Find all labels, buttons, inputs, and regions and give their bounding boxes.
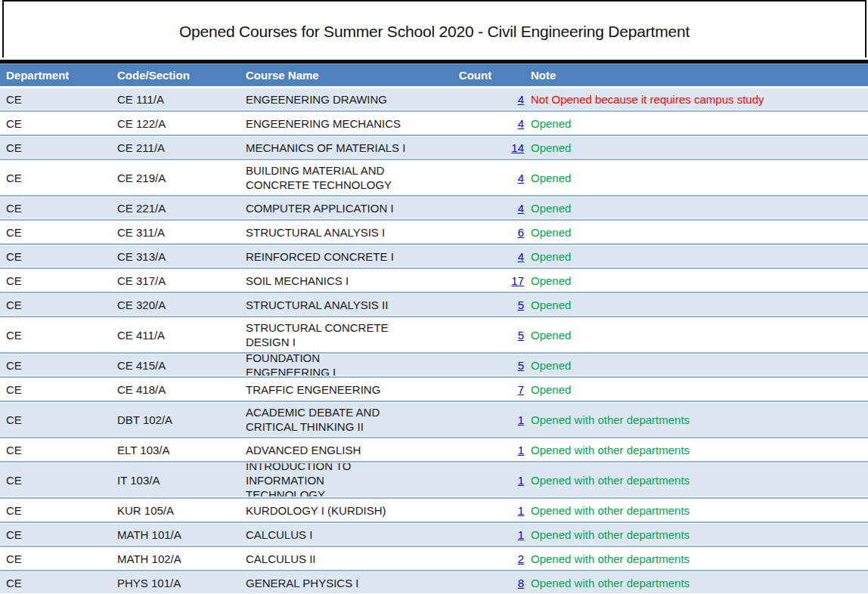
course-name-cell: ACADEMIC DEBATE ANDCRITICAL THINKING II <box>242 403 425 436</box>
course-name-line: INFORMATION <box>246 473 324 487</box>
count-link[interactable]: 5 <box>518 359 524 372</box>
column-header-note: Note <box>525 64 868 86</box>
table-row: CE CE 111/A ENGEENERING DRAWING 4 Not Op… <box>0 88 868 110</box>
count-link[interactable]: 8 <box>518 577 524 589</box>
department-cell: CE <box>0 500 113 521</box>
code-section-cell: KUR 105/A <box>113 500 242 521</box>
note-text: Opened with other departments <box>525 524 868 545</box>
count-link[interactable]: 4 <box>518 202 524 215</box>
note-text: Not Opened because it requires campus st… <box>525 88 868 110</box>
note-text: Opened <box>525 137 868 158</box>
count-cell: 4 <box>425 113 525 134</box>
code-section-cell: CE 221/A <box>113 197 242 218</box>
column-header-department: Department <box>0 64 113 86</box>
note-text: Opened with other departments <box>525 500 868 521</box>
course-name-line: ENGEENERING MECHANICS <box>246 116 401 131</box>
department-cell: CE <box>0 137 113 158</box>
note-text: Opened with other departments <box>525 463 868 497</box>
course-name-cell: STRUCTURAL CONCRETEDESIGN I <box>242 318 425 351</box>
note-text: Opened <box>525 246 868 267</box>
count-link[interactable]: 4 <box>518 250 524 263</box>
code-section-cell: CE 320/A <box>113 294 242 315</box>
course-name-cell: GENERAL PHYSICS I <box>242 572 425 593</box>
count-link[interactable]: 17 <box>511 274 524 287</box>
count-link[interactable]: 2 <box>518 552 524 565</box>
count-cell: 5 <box>425 354 525 376</box>
course-name-line: ENGEENERING DRAWING <box>246 92 387 107</box>
course-name-line: STRUCTURAL ANALYSIS I <box>246 225 385 240</box>
count-cell: 14 <box>425 137 525 158</box>
course-name-line: GENERAL PHYSICS I <box>246 576 359 590</box>
course-name-line: INTRODUCTION TO <box>246 463 351 473</box>
note-text: Opened <box>525 318 868 351</box>
course-name-cell: TRAFFIC ENGENEERING <box>242 379 425 400</box>
code-section-cell: CE 313/A <box>113 246 242 267</box>
count-cell: 1 <box>425 500 525 521</box>
table-row: CE CE 320/A STRUCTURAL ANALYSIS II 5 Ope… <box>0 294 868 315</box>
count-link[interactable]: 1 <box>518 474 524 487</box>
course-name-line: KURDOLOGY I (KURDISH) <box>246 503 386 518</box>
note-text: Opened <box>525 161 868 194</box>
count-link[interactable]: 14 <box>511 141 524 154</box>
department-cell: CE <box>0 318 113 351</box>
course-name-line: MECHANICS OF MATERIALS I <box>246 141 405 155</box>
table-row: CE MATH 101/A CALCULUS I 1 Opened with o… <box>0 524 868 545</box>
count-link[interactable]: 5 <box>518 329 524 342</box>
table-row: CE CE 411/A STRUCTURAL CONCRETEDESIGN I … <box>0 318 868 351</box>
course-name-line: ACADEMIC DEBATE AND <box>246 405 380 419</box>
count-link[interactable]: 1 <box>518 504 524 517</box>
code-section-cell: CE 415/A <box>113 354 242 376</box>
code-section-cell: IT 103/A <box>113 463 242 497</box>
table-header-row: Department Code/Section Course Name Coun… <box>0 63 868 86</box>
course-name-cell: CALCULUS II <box>242 548 425 569</box>
note-text: Opened with other departments <box>525 548 868 569</box>
count-cell: 4 <box>425 246 525 267</box>
report-title-box: Opened Courses for Summer School 2020 - … <box>2 0 866 57</box>
department-cell: CE <box>0 294 113 315</box>
code-section-cell: CE 211/A <box>113 137 242 158</box>
count-cell: 4 <box>425 88 525 110</box>
code-section-cell: CE 411/A <box>113 318 242 351</box>
course-name-cell: ENGEENERING MECHANICS <box>242 113 425 134</box>
count-cell: 1 <box>425 439 525 460</box>
count-link[interactable]: 7 <box>518 383 524 396</box>
count-link[interactable]: 4 <box>518 117 524 130</box>
course-name-line: SOIL MECHANICS I <box>246 274 349 288</box>
courses-table: Department Code/Section Course Name Coun… <box>0 63 868 593</box>
course-name-line: CALCULUS I <box>246 527 312 542</box>
course-name-cell: ADVANCED ENGLISH <box>242 439 425 460</box>
count-link[interactable]: 1 <box>518 444 524 456</box>
count-cell: 1 <box>425 463 525 497</box>
table-row: CE CE 418/A TRAFFIC ENGENEERING 7 Opened <box>0 379 868 400</box>
department-cell: CE <box>0 403 113 436</box>
department-cell: CE <box>0 161 113 194</box>
course-name-cell: FOUNDATIONENGENEERING I <box>242 354 425 376</box>
course-name-cell: STRUCTURAL ANALYSIS II <box>242 294 425 315</box>
count-link[interactable]: 6 <box>518 226 524 239</box>
count-cell: 5 <box>425 318 525 351</box>
course-name-line: ADVANCED ENGLISH <box>246 443 361 457</box>
department-cell: CE <box>0 354 113 376</box>
note-text: Opened <box>525 221 868 243</box>
table-row: CE PHYS 101/A GENERAL PHYSICS I 8 Opened… <box>0 572 868 593</box>
code-section-cell: CE 311/A <box>113 221 242 243</box>
count-link[interactable]: 5 <box>518 299 524 311</box>
report-title: Opened Courses for Summer School 2020 - … <box>179 23 690 41</box>
course-name-line: DESIGN I <box>246 335 296 349</box>
table-row: CE CE 317/A SOIL MECHANICS I 17 Opened <box>0 270 868 291</box>
count-link[interactable]: 4 <box>518 172 524 184</box>
count-link[interactable]: 1 <box>518 413 524 426</box>
department-cell: CE <box>0 270 113 291</box>
count-link[interactable]: 1 <box>518 528 524 541</box>
code-section-cell: DBT 102/A <box>113 403 242 436</box>
course-name-line: REINFORCED CONCRETE I <box>246 249 394 264</box>
table-row: CE KUR 105/A KURDOLOGY I (KURDISH) 1 Ope… <box>0 500 868 521</box>
course-name-cell: STRUCTURAL ANALYSIS I <box>242 221 425 243</box>
count-cell: 4 <box>425 161 525 194</box>
course-name-line: TRAFFIC ENGENEERING <box>246 382 380 397</box>
department-cell: CE <box>0 246 113 267</box>
course-name-cell: KURDOLOGY I (KURDISH) <box>242 500 425 521</box>
count-link[interactable]: 4 <box>518 93 524 106</box>
code-section-cell: PHYS 101/A <box>113 572 242 593</box>
table-row: CE IT 103/A INTRODUCTION TOINFORMATIONTE… <box>0 463 868 497</box>
